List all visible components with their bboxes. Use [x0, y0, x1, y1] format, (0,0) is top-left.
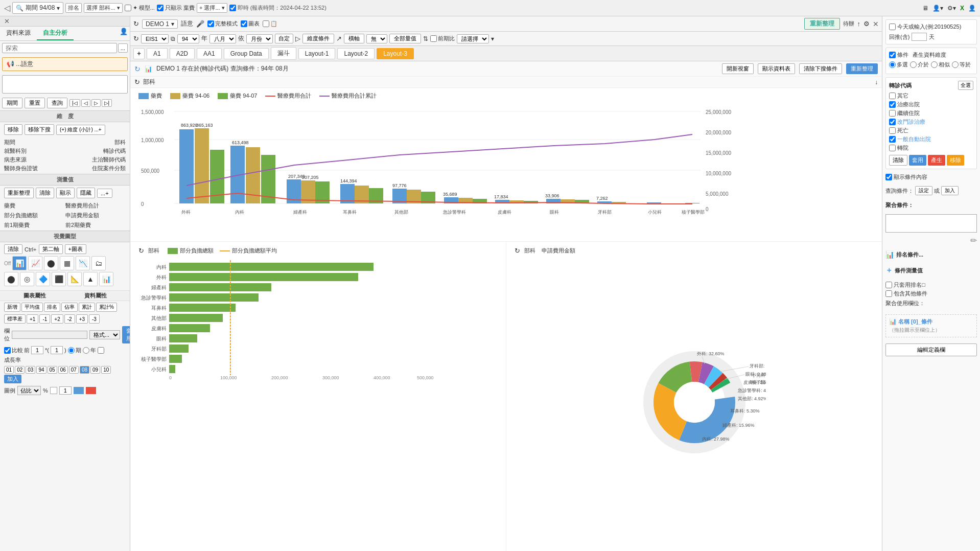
main-refresh-button[interactable]: 重新整理: [804, 18, 840, 30]
month-type-selector[interactable]: 月份: [246, 34, 273, 43]
triangle-chart-icon[interactable]: ▲: [83, 272, 98, 286]
date-07-button[interactable]: 07: [69, 366, 79, 374]
bar-internal[interactable]: [169, 263, 374, 271]
show-leaf-checkbox[interactable]: [157, 5, 164, 11]
measure-show-button[interactable]: 顯示: [56, 188, 75, 198]
bar-emergency[interactable]: [169, 293, 259, 302]
sidebar-tab-selfanalysis[interactable]: 自主分析: [37, 27, 74, 40]
tab-funnel[interactable]: 漏斗: [271, 47, 296, 60]
bar-derm[interactable]: [169, 324, 210, 332]
second-axis-button[interactable]: 第二軸: [39, 244, 63, 254]
rank-button[interactable]: 排名: [44, 303, 60, 312]
date-08-button[interactable]: 08: [80, 366, 89, 374]
period-radio[interactable]: [68, 347, 75, 354]
chart-refresh-icon[interactable]: ↻: [134, 65, 141, 73]
remove-dimension-button[interactable]: 移除: [4, 124, 22, 135]
show-condition-label[interactable]: 顯示條件內容: [885, 173, 977, 181]
compare-num-input[interactable]: [31, 346, 43, 354]
upload-icon[interactable]: ↑: [857, 20, 861, 28]
refresh-icon-br[interactable]: ↻: [515, 247, 520, 255]
nav-next-button[interactable]: ▷: [91, 99, 101, 107]
rank-selector[interactable]: 排名: [65, 3, 82, 13]
measure-clear-button[interactable]: 清除: [36, 188, 54, 198]
bar-surgery[interactable]: [169, 273, 358, 281]
download-icon[interactable]: ↓: [875, 79, 878, 86]
instant-checkbox-label[interactable]: 即時 (報表時間：2024-04-22 13:52): [229, 4, 326, 12]
filter-icon[interactable]: ▷: [295, 35, 300, 42]
multi-radio-label[interactable]: 多選: [889, 61, 908, 68]
tab-layout2[interactable]: Layout-2: [337, 48, 375, 59]
all-values-button[interactable]: 全部量值: [389, 34, 421, 43]
cumulative-pct-button[interactable]: 累計%: [96, 303, 117, 312]
show-condition-checkbox[interactable]: [885, 174, 892, 180]
horizontal-select[interactable]: 無: [366, 34, 387, 43]
scatter-chart-icon[interactable]: ⬤: [44, 256, 58, 270]
color-box-red[interactable]: [86, 387, 96, 394]
period-selector[interactable]: 🔍 期間 94/08 ▾: [12, 2, 63, 14]
donut-chart-icon[interactable]: ◎: [20, 272, 34, 286]
only-apply-rank-checkbox[interactable]: [885, 282, 892, 288]
color-box-blue[interactable]: [74, 387, 84, 394]
set-condition-button[interactable]: 設定: [915, 186, 932, 195]
semantic-textarea[interactable]: [2, 75, 128, 94]
chart-checkbox-label[interactable]: 圖表: [241, 20, 260, 28]
option-other[interactable]: 其它: [889, 92, 973, 100]
single-radio[interactable]: [910, 61, 917, 68]
month-selector[interactable]: 八月: [209, 34, 236, 43]
tab-group-data[interactable]: Group Data: [224, 48, 269, 59]
content-close-button[interactable]: ✕: [873, 20, 879, 28]
sidebar-close-button[interactable]: ✕: [2, 17, 12, 25]
date-02-button[interactable]: 02: [15, 366, 25, 374]
demo-selector[interactable]: DEMO 1 ▾: [142, 19, 178, 29]
option-other-checkbox[interactable]: [889, 93, 896, 99]
plus3-button[interactable]: +3: [76, 314, 88, 324]
query-button[interactable]: 查詢: [47, 98, 67, 108]
nav-prev-button[interactable]: ◁: [81, 99, 90, 107]
color-box-1[interactable]: [50, 387, 57, 394]
show-table-button[interactable]: 顯示資料表: [758, 63, 795, 74]
instant-checkbox[interactable]: [229, 5, 236, 11]
list-checkbox-label[interactable]: 📋: [263, 20, 277, 27]
tab-aa1[interactable]: AA1: [197, 48, 222, 59]
position-input[interactable]: [12, 331, 87, 339]
sync-icon[interactable]: ↻: [133, 35, 139, 42]
nav-last-button[interactable]: ▷|: [102, 99, 112, 107]
similar-radio[interactable]: [931, 61, 938, 68]
open-window-button[interactable]: 開新視窗: [722, 63, 754, 74]
add-chart-button[interactable]: +圖表: [65, 244, 86, 254]
tab-a2d[interactable]: A2D: [170, 48, 195, 59]
prev-compare-checkbox[interactable]: [430, 35, 437, 42]
measure-hide-button[interactable]: 隱藏: [77, 188, 95, 198]
option-treated-checkbox[interactable]: [889, 101, 896, 108]
model-checkbox-label[interactable]: ✦ 模型...: [125, 4, 155, 12]
reset-button[interactable]: 重置: [25, 98, 45, 108]
period-radio-label[interactable]: 期: [68, 347, 81, 354]
measure-add-button[interactable]: ...+: [97, 189, 112, 198]
complete-mode-checkbox[interactable]: [207, 20, 214, 27]
horizontal-axis-button[interactable]: 橫軸: [344, 34, 364, 43]
copy-icon[interactable]: ⧉: [171, 35, 175, 42]
plus2-button[interactable]: +2: [51, 314, 63, 324]
prev-compare-select[interactable]: 請選擇: [457, 34, 489, 43]
option-transfer-checkbox[interactable]: [889, 145, 896, 151]
bar-pediatric[interactable]: [169, 365, 175, 373]
tab-layout1[interactable]: Layout-1: [298, 48, 336, 59]
nav-first-button[interactable]: |◁: [69, 99, 80, 107]
today-checkbox[interactable]: [889, 24, 896, 30]
option-outpatient-checkbox[interactable]: [889, 119, 896, 125]
include-others-checkbox[interactable]: [885, 290, 892, 297]
today-input-label[interactable]: 今天或輸入(例:20190525): [889, 23, 973, 31]
option-auto-discharge-checkbox[interactable]: [889, 136, 896, 143]
export-icon[interactable]: ↗: [336, 35, 342, 42]
minus3-button[interactable]: -3: [89, 314, 100, 324]
drill-down-button[interactable]: 移除下搜: [25, 124, 54, 135]
search-options-button[interactable]: ...: [118, 43, 128, 53]
date-94-button[interactable]: 94: [36, 366, 46, 374]
option-treated[interactable]: 治療出院: [889, 101, 973, 108]
format-select[interactable]: 格式...: [89, 330, 120, 339]
clear-filter-button[interactable]: 清除下搜條件: [799, 63, 842, 74]
edit-icon[interactable]: ✏: [885, 236, 977, 245]
date-01-button[interactable]: 01: [4, 366, 14, 374]
area-chart-icon[interactable]: 📉: [76, 256, 90, 270]
dark-chart-icon[interactable]: ⬛: [52, 272, 66, 286]
